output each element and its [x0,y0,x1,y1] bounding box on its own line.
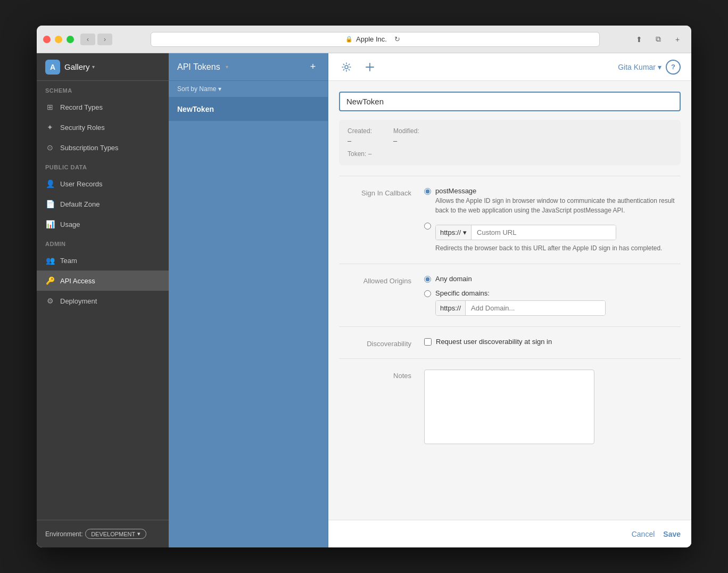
titlebar: ‹ › 🔒 Apple Inc. ↻ ⬆ ⧉ + [37,26,691,53]
help-button[interactable]: ? [666,60,681,75]
deployment-icon: ⚙ [45,296,55,306]
discoverability-label: Discoverability [339,338,424,348]
discoverability-checkbox-item: Request user discoverability at sign in [424,338,681,346]
domain-input-group: https:// [435,300,606,316]
domain-scheme: https:// [436,301,466,315]
subscription-types-icon: ⊙ [45,143,55,152]
fullscreen-button[interactable] [67,36,74,43]
radio-any-domain[interactable] [424,276,431,283]
address-bar[interactable]: 🔒 Apple Inc. ↻ [151,32,600,47]
team-icon: 👥 [45,256,55,265]
nav-arrows: ‹ › [80,34,112,45]
modified-value: – [393,137,419,145]
radio-item-url: https:// ▾ Redirects the browser back to… [424,222,681,253]
app-icon: A [45,60,60,75]
notes-textarea[interactable] [424,370,594,444]
allowed-origins-section: Allowed Origins Any domain Specific doma… [339,264,681,326]
sidebar-item-record-types[interactable]: ⊞ Record Types [37,97,169,117]
app-menu-chevron[interactable]: ▾ [92,64,95,70]
user-menu-chevron: ▾ [658,63,661,71]
radio-specific-domains[interactable] [424,290,431,297]
gear-button[interactable] [339,60,354,75]
usage-icon: 📊 [45,219,55,229]
sidebar-item-team[interactable]: 👥 Team [37,250,169,271]
record-types-icon: ⊞ [45,102,55,112]
modified-label: Modified: [393,127,419,135]
share-button[interactable]: ⬆ [632,34,647,45]
sidebar-item-subscription-types[interactable]: ⊙ Subscription Types [37,137,169,158]
allowed-origins-label: Allowed Origins [339,275,424,316]
sidebar-item-label: API Access [60,277,95,285]
content-panel-header: API Tokens ▾ + [169,53,328,81]
token-row: Token: – [348,150,672,158]
created-value: – [348,137,372,145]
specific-domains-label: Specific domains: [435,289,606,297]
allowed-origins-radio-group: Any domain Specific domains: https:// [424,275,681,316]
allowed-origins-content: Any domain Specific domains: https:// [424,275,681,316]
token-info-box: Created: – Modified: – Token: – [339,120,681,165]
address-text: Apple Inc. [356,35,387,43]
sort-chevron: ▾ [218,85,221,93]
environment-chevron: ▾ [137,530,140,537]
token-name-input[interactable] [339,92,681,111]
sidebar-item-default-zone[interactable]: 📄 Default Zone [37,194,169,214]
main-area: A Gallery ▾ SCHEMA ⊞ Record Types ✦ Secu… [37,53,691,547]
back-button[interactable]: ‹ [80,34,95,45]
sidebar-item-label: Record Types [60,103,103,111]
sidebar-item-label: Default Zone [60,200,100,208]
panel-add-button[interactable]: + [307,61,319,73]
default-zone-icon: 📄 [45,199,55,209]
reload-button[interactable]: ↻ [390,34,405,45]
forward-button[interactable]: › [97,34,112,45]
sidebar-item-label: User Records [60,180,102,188]
svg-point-0 [345,66,348,69]
sidebar-item-user-records[interactable]: 👤 User Records [37,174,169,194]
close-button[interactable] [43,36,51,43]
notes-content [424,370,681,446]
sidebar: A Gallery ▾ SCHEMA ⊞ Record Types ✦ Secu… [37,53,169,547]
created-col: Created: – [348,127,372,145]
sidebar-item-security-roles[interactable]: ✦ Security Roles [37,117,169,137]
lock-icon: 🔒 [345,36,353,43]
save-button[interactable]: Save [663,530,681,538]
detail-body: Created: – Modified: – Token: – [328,81,691,520]
discoverability-section: Discoverability Request user discoverabi… [339,326,681,358]
sidebar-item-deployment[interactable]: ⚙ Deployment [37,291,169,311]
detail-footer: Cancel Save [328,520,691,547]
new-tab-button[interactable]: + [670,34,685,45]
detail-header-right: Gita Kumar ▾ ? [618,60,681,75]
environment-label: Environment: [45,530,83,538]
detail-header-left [339,60,377,75]
panel-title: API Tokens ▾ [177,62,228,72]
url-scheme[interactable]: https:// ▾ [436,225,471,240]
discoverability-checkbox[interactable] [424,338,432,346]
app-title: Gallery [64,62,90,71]
radio-item-specific-domains: Specific domains: https:// [424,289,681,316]
detail-panel: Gita Kumar ▾ ? Created: – [328,53,691,547]
discoverability-checkbox-label: Request user discoverability at sign in [436,338,552,346]
titlebar-actions: ⬆ ⧉ + [632,34,685,45]
url-desc: Redirects the browser back to this URL a… [435,243,662,253]
radio-postmessage-desc: Allows the Apple ID sign in browser wind… [435,196,681,215]
custom-url-input[interactable] [471,225,616,240]
sign-in-callback-content: postMessage Allows the Apple ID sign in … [424,187,681,253]
radio-url[interactable] [424,223,431,230]
environment-badge[interactable]: DEVELOPMENT ▾ [85,529,146,539]
radio-postmessage[interactable] [424,188,431,195]
public-data-section-label: PUBLIC DATA [37,158,169,174]
sidebar-footer: Environment: DEVELOPMENT ▾ [37,520,169,548]
domain-input[interactable] [466,301,605,315]
user-menu[interactable]: Gita Kumar ▾ [618,63,661,71]
panel-title-chevron[interactable]: ▾ [226,64,228,70]
minimize-button[interactable] [55,36,62,43]
cancel-button[interactable]: Cancel [632,530,655,538]
sidebar-item-label: Usage [60,220,80,228]
add-button[interactable] [362,60,377,75]
sort-bar[interactable]: Sort by Name ▾ [169,81,328,97]
traffic-lights [43,36,74,43]
schema-section-label: SCHEMA [37,81,169,97]
sidebar-item-api-access[interactable]: 🔑 API Access [37,271,169,291]
tab-button[interactable]: ⧉ [651,34,666,45]
list-item-newtoken[interactable]: NewToken [169,97,328,121]
sidebar-item-usage[interactable]: 📊 Usage [37,214,169,234]
